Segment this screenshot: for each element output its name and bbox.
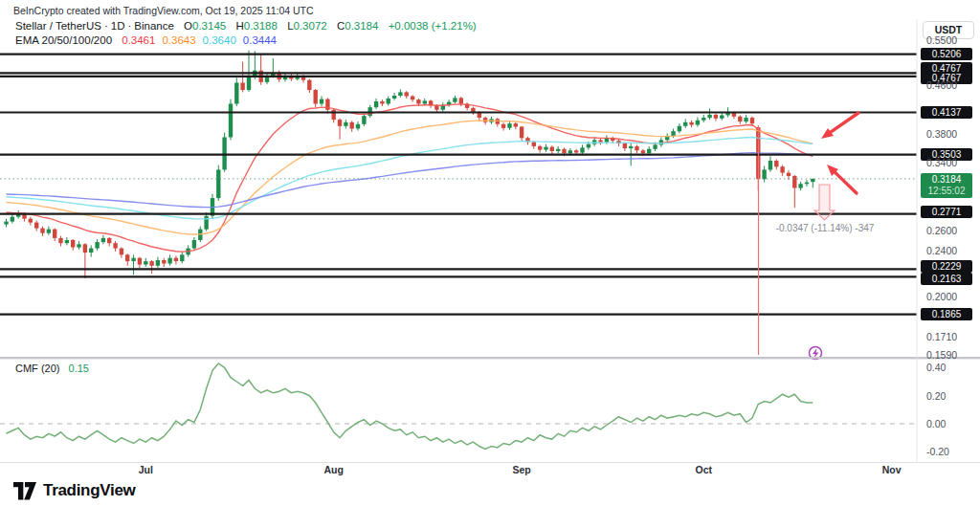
cmf-axis-label: 0.00: [926, 418, 946, 429]
price-axis-label: 0.4600: [926, 79, 957, 91]
price-level-badge: 0.1865: [921, 308, 972, 320]
measure-tool-label: -0.0347 (-11.14%) -347: [748, 223, 902, 233]
ema-row: EMA 20/50/100/200 0.34610.36430.36400.34…: [15, 33, 477, 48]
horizontal-level-lines-overlay[interactable]: [0, 55, 917, 315]
tradingview-logo-text: TradingView: [43, 481, 136, 500]
open-value: 0.3145: [192, 20, 226, 32]
tradingview-logo[interactable]: TradingView: [13, 481, 136, 500]
price-axis-label: 0.3800: [926, 128, 957, 140]
analyst-drawings[interactable]: [759, 113, 859, 360]
price-axis-label: 0.1590: [926, 349, 957, 361]
interval-label[interactable]: 1D: [111, 20, 125, 32]
time-axis-label-oct: Oct: [695, 464, 712, 475]
exchange-label: Binance: [134, 20, 174, 32]
cmf-axis-label: 0.40: [926, 362, 946, 373]
current-price-badge: 0.318412:55:02: [921, 173, 972, 198]
price-axis-label: 0.1710: [926, 331, 957, 342]
high-letter: H: [235, 20, 243, 32]
ema-value-20: 0.3461: [122, 34, 155, 46]
symbol-title[interactable]: Stellar / TetherUS: [15, 20, 101, 32]
bar-countdown: 12:55:02: [921, 186, 972, 197]
price-axis-label: 0.2400: [926, 245, 957, 256]
cmf-axis-label: 0.20: [926, 390, 946, 402]
close-value: 0.3184: [345, 20, 378, 32]
price-level-badge: 0.2229: [921, 260, 972, 273]
symbol-row: Stellar / TetherUS·1D·Binance O0.3145 H0…: [15, 19, 477, 33]
price-axis-label: 0.2000: [926, 291, 957, 302]
chart-legend: Stellar / TetherUS·1D·Binance O0.3145 H0…: [15, 19, 477, 48]
tradingview-logo-icon: [13, 482, 36, 500]
close-letter: C: [337, 20, 345, 32]
cmf-legend: CMF (20) 0.15: [15, 363, 89, 374]
ema-values: 0.34610.36430.36400.3444: [115, 34, 277, 46]
price-level-badge: 0.4137: [921, 106, 972, 119]
ema-indicator-label[interactable]: EMA 20/50/100/200: [15, 34, 112, 46]
current-price-value: 0.3184: [921, 174, 972, 186]
ema-value-200: 0.3444: [243, 34, 277, 46]
tradingview-chart-window: BeInCrypto created with TradingView.com,…: [0, 0, 980, 506]
pane-separators: [0, 19, 980, 463]
cmf-indicator-plot: [0, 363, 917, 450]
high-value: 0.3188: [244, 20, 278, 32]
price-axis[interactable]: 0.55000.52060.47670.47670.46000.41370.38…: [921, 0, 978, 462]
time-axis[interactable]: JulAugSepOctNov: [0, 463, 917, 478]
cmf-axis-label: -0.20: [926, 446, 949, 457]
cmf-indicator-label[interactable]: CMF (20): [15, 363, 59, 374]
open-letter: O: [184, 20, 192, 32]
credit-text: BeInCrypto created with TradingView.com,…: [13, 5, 314, 16]
time-axis-label-jul: Jul: [139, 464, 153, 475]
price-axis-label: 0.3400: [926, 157, 957, 168]
cmf-value: 0.15: [69, 363, 89, 374]
ema-value-100: 0.3640: [203, 34, 236, 46]
price-axis-label: 0.5500: [926, 34, 957, 46]
time-axis-label-nov: Nov: [882, 464, 902, 475]
change-value: +0.0038 (+1.21%): [389, 20, 477, 32]
ema-value-50: 0.3643: [162, 34, 195, 46]
time-axis-label-sep: Sep: [513, 464, 531, 475]
time-axis-label-aug: Aug: [323, 464, 343, 475]
price-level-badge: 0.2771: [921, 206, 972, 218]
price-level-badge: 0.5206: [921, 48, 972, 60]
chart-canvas[interactable]: [0, 0, 980, 506]
low-value: 0.3072: [294, 20, 327, 32]
candlestick-series: [4, 51, 814, 278]
price-axis-label: 0.2600: [926, 225, 957, 236]
price-level-badge: 0.2163: [921, 273, 972, 285]
